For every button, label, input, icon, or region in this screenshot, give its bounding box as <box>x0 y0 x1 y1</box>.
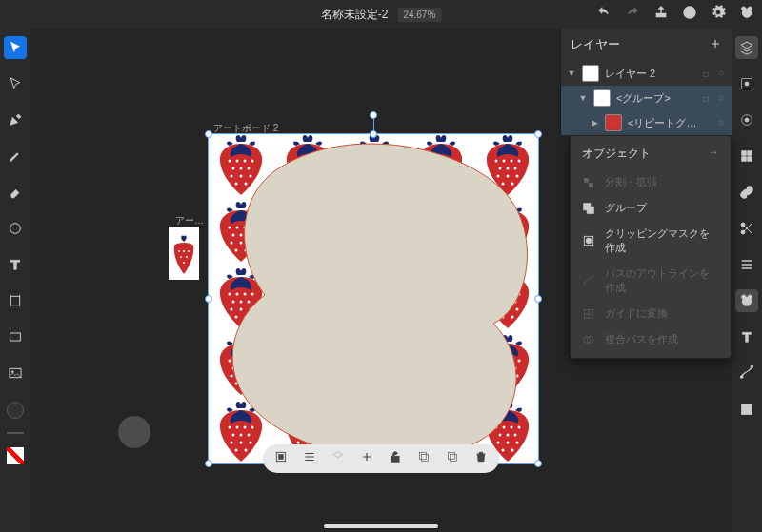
list-icon[interactable] <box>303 450 316 467</box>
svg-rect-6 <box>10 333 21 341</box>
direct-selection-tool[interactable] <box>4 72 27 95</box>
appearance-panel-icon[interactable] <box>735 108 758 131</box>
disclosure-icon[interactable]: ▶ <box>590 118 599 128</box>
svg-point-10 <box>745 82 749 86</box>
svg-rect-60 <box>587 207 593 213</box>
visibility-icon[interactable] <box>716 93 726 103</box>
svg-rect-5 <box>10 296 19 305</box>
redo-icon[interactable] <box>625 5 640 24</box>
svg-point-28 <box>180 256 182 258</box>
stack-icon[interactable] <box>331 450 345 467</box>
artboard-small[interactable] <box>169 227 199 280</box>
layer-label: <グループ> <box>616 91 671 106</box>
visibility-icon[interactable] <box>716 118 726 128</box>
eraser-tool[interactable] <box>4 181 27 204</box>
object-panel-icon[interactable] <box>735 289 758 312</box>
guides-panel-icon[interactable] <box>735 398 758 421</box>
contextual-toolbar <box>263 444 499 473</box>
rotate-handle[interactable] <box>370 111 377 119</box>
document-title: 名称未設定-2 <box>321 7 389 23</box>
artboard-small-label: アー… <box>175 214 204 227</box>
layer-row[interactable]: ▼ レイヤー 2 <box>561 61 732 86</box>
place-image-tool[interactable] <box>4 362 27 384</box>
home-indicator <box>324 524 438 528</box>
layer-thumb <box>593 89 611 107</box>
svg-rect-54 <box>704 98 709 102</box>
svg-point-8 <box>11 371 13 373</box>
svg-point-21 <box>742 297 751 305</box>
svg-rect-50 <box>451 455 457 462</box>
properties-panel-icon[interactable] <box>735 72 758 95</box>
svg-point-56 <box>719 121 723 125</box>
svg-point-22 <box>740 376 743 379</box>
lock-icon[interactable] <box>701 93 711 103</box>
scissors-icon[interactable] <box>735 217 758 240</box>
touch-indicator <box>118 416 150 448</box>
properties-icon[interactable] <box>274 450 288 467</box>
type-panel-icon[interactable] <box>735 325 758 348</box>
svg-rect-58 <box>590 183 593 187</box>
help-icon[interactable] <box>682 5 697 24</box>
svg-rect-49 <box>422 455 429 462</box>
link-panel-icon[interactable] <box>735 181 758 204</box>
undo-icon[interactable] <box>596 5 612 24</box>
svg-point-4 <box>10 224 21 234</box>
artboard-main[interactable] <box>208 133 539 464</box>
layer-label: <リピートグリッ… <box>628 116 704 130</box>
add-layer-icon[interactable] <box>709 37 722 53</box>
layers-panel: レイヤー ▼ レイヤー 2 ▼ <グループ> ▶ <リピートグリッ… <box>560 29 732 135</box>
svg-point-62 <box>586 238 592 244</box>
artboard-tool[interactable] <box>4 289 27 312</box>
menu-item-clipping-mask[interactable]: クリッピングマスクを作成 <box>571 221 731 261</box>
disclosure-icon[interactable]: ▼ <box>578 93 588 103</box>
clip-icon[interactable] <box>417 450 431 467</box>
disclosure-icon[interactable]: ▼ <box>567 69 576 78</box>
menu-item-convert-guides: ガイドに変換 <box>571 301 731 326</box>
menu-item-outline-path: パスのアウトラインを作成 <box>571 261 731 301</box>
right-toolbar <box>732 29 762 532</box>
share-icon[interactable] <box>653 5 669 24</box>
pen-tool[interactable] <box>4 108 27 131</box>
svg-rect-14 <box>748 151 752 156</box>
settings-icon[interactable] <box>711 5 726 24</box>
stroke-swatch[interactable] <box>7 447 24 464</box>
layer-row[interactable]: ▼ <グループ> <box>561 86 732 110</box>
zoom-level[interactable]: 24.67% <box>397 8 441 22</box>
svg-rect-51 <box>448 452 454 459</box>
svg-rect-16 <box>748 157 752 162</box>
menu-item-label: ガイドに変換 <box>605 306 668 321</box>
teddy-icon[interactable] <box>739 5 754 24</box>
svg-rect-15 <box>742 157 747 162</box>
add-icon[interactable] <box>360 450 373 467</box>
layers-panel-icon[interactable] <box>735 36 758 59</box>
svg-point-18 <box>741 230 745 234</box>
layer-row[interactable]: ▶ <リピートグリッ… <box>561 110 732 135</box>
svg-point-12 <box>745 118 749 122</box>
svg-point-27 <box>188 250 190 252</box>
align-panel-icon[interactable] <box>735 253 758 276</box>
path-panel-icon[interactable] <box>735 362 758 384</box>
svg-point-30 <box>183 262 185 264</box>
menu-item-group[interactable]: グループ <box>571 195 731 221</box>
context-menu-title: オブジェクト <box>582 146 651 162</box>
type-tool[interactable] <box>4 253 27 276</box>
arrow-right-icon[interactable]: → <box>708 146 719 162</box>
svg-point-3 <box>742 9 751 17</box>
selection-tool[interactable] <box>4 36 27 59</box>
rectangle-tool[interactable] <box>4 325 27 348</box>
duplicate-icon[interactable] <box>446 450 459 467</box>
trash-icon[interactable] <box>474 450 488 467</box>
grid-panel-icon[interactable] <box>735 145 758 167</box>
menu-item-label: パスのアウトラインを作成 <box>605 266 719 295</box>
lock-icon[interactable] <box>701 69 711 78</box>
visibility-icon[interactable] <box>716 69 726 78</box>
fill-swatch[interactable] <box>7 402 24 419</box>
brush-tool[interactable] <box>4 145 27 167</box>
ellipse-tool[interactable] <box>4 217 27 240</box>
svg-rect-57 <box>584 178 588 182</box>
unlock-icon[interactable] <box>389 450 402 467</box>
menu-item-label: グループ <box>605 201 647 215</box>
layer-thumb <box>605 114 622 131</box>
svg-rect-13 <box>742 151 747 156</box>
svg-rect-46 <box>279 455 284 460</box>
